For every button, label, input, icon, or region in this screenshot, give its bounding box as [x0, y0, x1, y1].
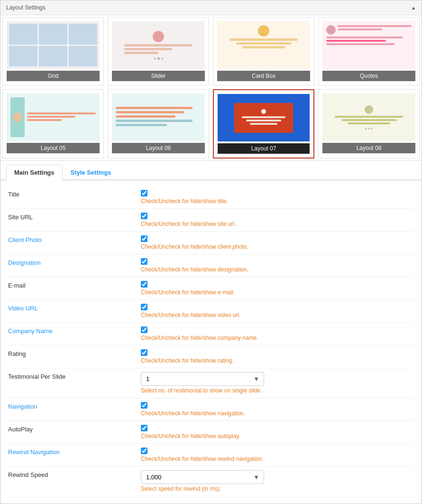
checkbox-rating[interactable] [141, 349, 147, 356]
setting-hint-email: Check/Uncheck for hide/show e-mail. [141, 289, 414, 296]
setting-label-company-name: Company Name [8, 327, 141, 335]
checkbox-designation[interactable] [141, 258, 147, 265]
layout-thumbnail-slider [112, 21, 205, 69]
setting-row-video-url: Video URL Check/Uncheck for hide/show vi… [8, 300, 414, 323]
checkbox-site-url[interactable] [141, 213, 147, 219]
layout-item-layout07[interactable]: Layout 07 [213, 89, 314, 159]
layout-label-grid: Grid [7, 71, 100, 81]
setting-control-rating: Check/Uncheck for hide/show rating. [141, 349, 414, 364]
setting-control-video-url: Check/Uncheck for hide/show video url. [141, 304, 414, 318]
setting-hint-site-url: Check/Uncheck for hide/show site url. [141, 221, 414, 227]
layout-label-layout07: Layout 07 [218, 143, 310, 154]
setting-control-client-photo: Check/Uncheck for hide/show client photo… [141, 235, 414, 250]
setting-row-site-url: Site URL Check/Uncheck for hide/show sit… [8, 209, 414, 232]
checkbox-video-url[interactable] [141, 304, 147, 310]
checkbox-rewind-navigation[interactable] [141, 448, 147, 454]
setting-label-rewind-navigation: Rewind Navigation [8, 448, 141, 456]
setting-label-rating: Rating [8, 349, 141, 357]
select-rewind-speed[interactable]: 1,000 2,000 500 [141, 470, 264, 484]
setting-label-testimonial-per-slide: Testimonial Per Slide [8, 372, 141, 380]
layout-label-cardbox: Card Box [217, 71, 310, 81]
setting-hint-rating: Check/Uncheck for hide/show rating. [141, 357, 414, 364]
setting-row-navigation: Navigation Check/Uncheck for hide/show n… [8, 398, 414, 421]
checkbox-email[interactable] [141, 281, 147, 288]
setting-row-rating: Rating Check/Uncheck for hide/show ratin… [8, 345, 414, 368]
checkbox-client-photo[interactable] [141, 235, 147, 242]
panel-title: Layout Settings [6, 4, 46, 11]
setting-label-designation: Designation [8, 258, 141, 266]
setting-row-company-name: Company Name Check/Uncheck for hide/show… [8, 323, 414, 345]
settings-form: Title Check/Uncheck for hide/show title.… [0, 180, 422, 502]
layout-item-layout06[interactable]: Layout 06 [108, 89, 209, 159]
layout-label-quotes: Quotes [322, 71, 415, 81]
setting-hint-rewind-speed: Select speed for rewind (in ms). [141, 485, 414, 492]
layout-item-quotes[interactable]: Quotes [318, 17, 420, 85]
layout-thumbnail-quotes [322, 21, 415, 69]
tabs-bar: Main Settings Style Settings [0, 165, 422, 180]
layout-thumbnail-grid [7, 21, 100, 69]
setting-row-designation: Designation Check/Uncheck for hide/show … [8, 254, 414, 277]
setting-control-designation: Check/Uncheck for hide/show designation. [141, 258, 414, 273]
setting-hint-title: Check/Uncheck for hide/show title. [141, 198, 414, 205]
layout-item-slider[interactable]: Slider [108, 17, 209, 85]
setting-control-company-name: Check/Uncheck for hide/show company name… [141, 327, 414, 341]
layout-thumbnail-layout05 [7, 93, 100, 141]
setting-label-client-photo: Client Photo [8, 235, 141, 243]
setting-label-video-url: Video URL [8, 304, 141, 312]
layout-thumbnail-cardbox [217, 21, 310, 69]
setting-hint-client-photo: Check/Uncheck for hide/show client photo… [141, 243, 414, 250]
checkbox-wrapper-title [141, 190, 414, 196]
tab-main-settings[interactable]: Main Settings [6, 165, 63, 180]
setting-control-rewind-speed: 1,000 2,000 500 ▼ Select speed for rewin… [141, 470, 414, 492]
checkbox-company-name[interactable] [141, 327, 147, 333]
setting-control-title: Check/Uncheck for hide/show title. [141, 190, 414, 205]
setting-hint-video-url: Check/Uncheck for hide/show video url. [141, 312, 414, 318]
layout-label-layout08: Layout 08 [322, 143, 415, 153]
setting-row-autoplay: AutoPlay Check/Uncheck for hide/show aut… [8, 421, 414, 444]
checkbox-autoplay[interactable] [141, 425, 147, 431]
layout-item-layout08[interactable]: Layout 08 [318, 89, 420, 159]
layout-grid: Grid Slider [0, 15, 422, 161]
setting-hint-rewind-navigation: Check/Uncheck for hide/show rewind navig… [141, 456, 414, 462]
setting-row-client-photo: Client Photo Check/Uncheck for hide/show… [8, 232, 414, 254]
setting-control-rewind-navigation: Check/Uncheck for hide/show rewind navig… [141, 448, 414, 462]
select-wrapper-rewind-speed: 1,000 2,000 500 ▼ [141, 470, 264, 484]
setting-label-autoplay: AutoPlay [8, 425, 141, 433]
setting-label-email: E-mail [8, 281, 141, 289]
setting-hint-company-name: Check/Uncheck for hide/show company name… [141, 335, 414, 341]
setting-row-rewind-speed: Rewind Speed 1,000 2,000 500 ▼ Select sp… [8, 467, 414, 496]
setting-hint-navigation: Check/Uncheck for hide/show navigation. [141, 410, 414, 417]
setting-row-email: E-mail Check/Uncheck for hide/show e-mai… [8, 277, 414, 300]
setting-row-testimonial-per-slide: Testimonial Per Slide 1 2 3 ▼ Select no.… [8, 368, 414, 398]
setting-label-navigation: Navigation [8, 402, 141, 410]
setting-hint-designation: Check/Uncheck for hide/show designation. [141, 266, 414, 273]
checkbox-navigation[interactable] [141, 402, 147, 409]
setting-label-rewind-speed: Rewind Speed [8, 470, 141, 478]
tab-style-settings[interactable]: Style Settings [63, 165, 119, 180]
setting-control-email: Check/Uncheck for hide/show e-mail. [141, 281, 414, 296]
select-testimonial-per-slide[interactable]: 1 2 3 [141, 372, 264, 386]
layout-label-layout05: Layout 05 [7, 143, 100, 153]
layout-thumbnail-layout06 [112, 93, 205, 141]
panel-header: Layout Settings ▲ [0, 0, 422, 15]
setting-row-title: Title Check/Uncheck for hide/show title. [8, 186, 414, 209]
setting-control-navigation: Check/Uncheck for hide/show navigation. [141, 402, 414, 417]
layout-thumbnail-layout07 [218, 94, 310, 141]
collapse-icon[interactable]: ▲ [411, 5, 416, 10]
select-wrapper-testimonial-per-slide: 1 2 3 ▼ [141, 372, 264, 386]
layout-thumbnail-layout08 [322, 93, 415, 141]
setting-hint-testimonial-per-slide: Select no. of restimonial to show on sin… [141, 387, 414, 394]
setting-label-title: Title [8, 190, 141, 198]
setting-control-testimonial-per-slide: 1 2 3 ▼ Select no. of restimonial to sho… [141, 372, 414, 394]
layout-label-slider: Slider [112, 71, 205, 81]
setting-row-rewind-navigation: Rewind Navigation Check/Uncheck for hide… [8, 444, 414, 467]
setting-hint-autoplay: Check/Uncheck for hide/show autoplay. [141, 433, 414, 439]
checkbox-title[interactable] [141, 190, 147, 196]
layout-item-layout05[interactable]: Layout 05 [2, 89, 104, 159]
setting-control-site-url: Check/Uncheck for hide/show site url. [141, 213, 414, 227]
layout-item-grid[interactable]: Grid [2, 17, 104, 85]
layout-label-layout06: Layout 06 [112, 143, 205, 153]
layout-item-cardbox[interactable]: Card Box [213, 17, 314, 85]
setting-label-site-url: Site URL [8, 213, 141, 221]
setting-control-autoplay: Check/Uncheck for hide/show autoplay. [141, 425, 414, 439]
